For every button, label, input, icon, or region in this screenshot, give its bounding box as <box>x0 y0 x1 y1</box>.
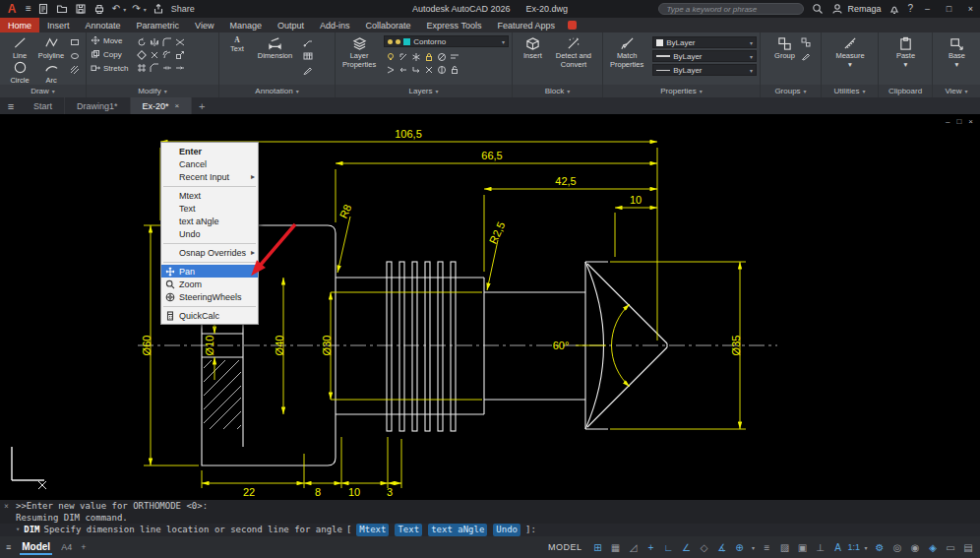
menu-item-text-angle[interactable]: text aNgle <box>161 215 258 227</box>
close-tab-icon[interactable]: × <box>175 101 180 110</box>
rotate-tool-icon[interactable] <box>137 37 147 47</box>
tab-insert[interactable]: Insert <box>39 18 78 32</box>
new-file-icon[interactable] <box>37 3 50 15</box>
command-prompt[interactable]: ▾ DIM Specify dimension line location or… <box>0 524 980 536</box>
tab-home[interactable]: Home <box>0 18 39 32</box>
tab-addins[interactable]: Add-ins <box>312 18 358 32</box>
viewport-restore-icon[interactable]: □ <box>956 117 962 126</box>
detect-convert-button[interactable]: Detect andConvert <box>553 35 594 70</box>
hatch-tool-icon[interactable] <box>70 65 80 75</box>
menu-item-enter[interactable]: Enter <box>161 145 258 157</box>
circle-tool-button[interactable]: Circle <box>4 60 35 85</box>
tab-collaborate[interactable]: Collaborate <box>358 18 419 32</box>
mirror-tool-icon[interactable] <box>150 37 159 47</box>
view-panel-label[interactable]: View▾ <box>933 85 980 97</box>
new-layout-button[interactable]: + <box>81 542 86 552</box>
layer-freeze-icon[interactable] <box>411 52 421 62</box>
tab-annotate[interactable]: Annotate <box>78 18 129 32</box>
group-button[interactable]: Group <box>771 35 798 61</box>
transparency-icon[interactable]: ▨ <box>776 542 792 553</box>
undo-icon[interactable]: ↶ <box>112 3 120 15</box>
scale-tool-icon[interactable] <box>175 50 185 60</box>
chevron-down-icon[interactable]: ▾ <box>862 544 870 551</box>
copy-tool-button[interactable]: Copy <box>91 49 128 59</box>
workspace-icon[interactable]: ⚙ <box>872 542 888 553</box>
undo-caret-icon[interactable]: ▾ <box>123 6 126 13</box>
layer-walk-icon[interactable] <box>386 65 396 75</box>
layer-isolate-icon[interactable] <box>398 52 408 62</box>
notifications-icon[interactable] <box>888 3 900 15</box>
explode-tool-icon[interactable] <box>150 50 159 60</box>
user-account[interactable]: Remaga <box>830 3 881 15</box>
layer-properties-button[interactable]: LayerProperties <box>339 35 379 70</box>
measure-button[interactable]: Measure ▾ <box>832 35 867 70</box>
layout-a4-tab[interactable]: A4 <box>61 542 72 552</box>
annotation-monitor-icon[interactable]: ◎ <box>889 542 905 553</box>
share-icon[interactable] <box>153 3 165 15</box>
menu-item-pan[interactable]: Pan <box>161 265 258 278</box>
option-text[interactable]: Text <box>395 524 422 536</box>
utilities-panel-label[interactable]: Utilities▾ <box>822 85 878 97</box>
chamfer-tool-icon[interactable] <box>150 63 159 73</box>
tab-drawing1[interactable]: Drawing1* <box>65 97 131 114</box>
redo-caret-icon[interactable]: ▾ <box>144 6 147 13</box>
leader-tool-icon[interactable] <box>303 37 313 47</box>
fillet-tool-icon[interactable] <box>162 37 172 47</box>
tab-parametric[interactable]: Parametric <box>129 18 188 32</box>
tab-view[interactable]: View <box>187 18 221 32</box>
option-mtext[interactable]: Mtext <box>356 524 389 536</box>
menu-item-osnap-overrides[interactable]: Osnap Overrides▸ <box>161 246 258 259</box>
tab-manage[interactable]: Manage <box>221 18 270 32</box>
dynamic-ucs-icon[interactable]: ⊥ <box>812 542 827 553</box>
modify-panel-label[interactable]: Modify▾ <box>87 85 218 97</box>
infer-constraints-icon[interactable]: ◿ <box>625 542 641 553</box>
clean-screen-icon[interactable]: ▭ <box>943 542 958 553</box>
redo-icon[interactable]: ↷ <box>132 3 140 15</box>
menu-item-recent-input[interactable]: Recent Input▸ <box>161 170 258 183</box>
menu-item-undo[interactable]: Undo <box>161 227 258 240</box>
dimension-tool-button[interactable]: Dimension <box>255 35 295 61</box>
viewport-minimize-icon[interactable]: – <box>946 117 950 126</box>
markup-tool-icon[interactable] <box>303 65 313 75</box>
ortho-mode-icon[interactable]: ∟ <box>660 542 676 553</box>
array-tool-icon[interactable] <box>137 63 147 73</box>
app-menu-icon[interactable]: ≡ <box>26 3 31 15</box>
layer-select[interactable]: Contorno ▾ <box>384 35 509 47</box>
tab-express-tools[interactable]: Express Tools <box>419 18 490 32</box>
open-file-icon[interactable] <box>56 3 69 15</box>
close-button[interactable]: × <box>963 4 978 14</box>
dynamic-input-icon[interactable]: + <box>643 542 658 553</box>
model-tab[interactable]: Model <box>20 539 52 555</box>
lengthen-tool-icon[interactable] <box>175 63 185 73</box>
chevron-down-icon[interactable]: ▾ <box>749 544 757 551</box>
match-properties-button[interactable]: MatchProperties <box>607 35 646 70</box>
stretch-tool-button[interactable]: Stretch <box>91 63 128 73</box>
layer-merge-icon[interactable] <box>411 65 421 75</box>
layers-panel-label[interactable]: Layers▾ <box>336 85 512 97</box>
polar-tracking-icon[interactable]: ∠ <box>678 542 694 553</box>
arc-tool-button[interactable]: Arc <box>35 60 67 85</box>
menu-item-zoom[interactable]: Zoom <box>161 278 258 290</box>
command-line-panel[interactable]: × >>Enter new value for ORTHOMODE <0>: R… <box>0 500 980 536</box>
insert-block-button[interactable]: Insert <box>521 35 545 61</box>
new-drawing-button[interactable]: + <box>192 97 212 114</box>
layer-match-icon[interactable] <box>450 52 459 62</box>
drawing-canvas[interactable]: – □ × <box>0 114 980 500</box>
layer-prev-icon[interactable] <box>398 65 408 75</box>
save-icon[interactable] <box>75 3 88 15</box>
tab-start[interactable]: Start <box>22 97 65 114</box>
maximize-button[interactable]: □ <box>942 4 956 14</box>
menu-item-cancel[interactable]: Cancel <box>161 157 258 170</box>
table-tool-icon[interactable] <box>303 51 313 61</box>
prompt-expand-icon[interactable]: ▾ <box>16 524 20 536</box>
move-tool-button[interactable]: Move <box>91 35 128 45</box>
file-tabs-menu-icon[interactable]: ≡ <box>0 97 22 114</box>
lineweight-icon[interactable]: ≡ <box>759 542 774 553</box>
model-space-indicator[interactable]: MODEL <box>548 542 582 552</box>
block-panel-label[interactable]: Block▾ <box>513 85 602 97</box>
option-text-angle[interactable]: text aNgle <box>428 524 487 536</box>
trim-tool-icon[interactable] <box>175 37 185 47</box>
offset-tool-icon[interactable] <box>162 50 172 60</box>
groups-panel-label[interactable]: Groups▾ <box>761 85 821 97</box>
isodraft-icon[interactable]: ◇ <box>696 542 711 553</box>
